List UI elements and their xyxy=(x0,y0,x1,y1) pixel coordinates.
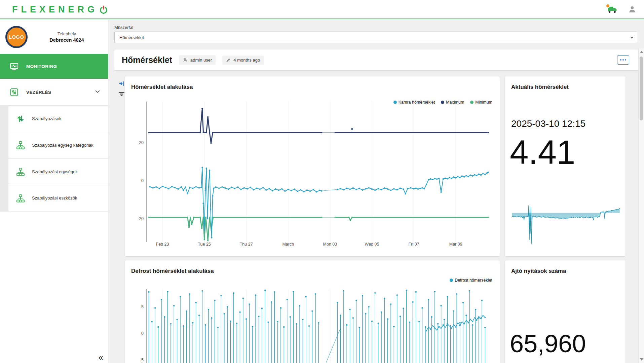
chart-title: Hőmérséklet alakulása xyxy=(131,84,193,90)
defrost-chart-card: Defrost hőmérséklet alakulása Defrost hő… xyxy=(125,260,500,363)
vezerles-submenu: Szabályozások Szabályozás egység kategór… xyxy=(0,105,108,212)
person-icon xyxy=(183,57,188,63)
dashboard-select-value: Hőmérséklet xyxy=(119,35,144,40)
pencil-icon xyxy=(226,58,231,63)
scrollbar-thumb[interactable] xyxy=(640,57,643,120)
site-info: LOGO Telephely Debrecen 4024 xyxy=(0,20,108,54)
top-bar: FLEXENERG xyxy=(0,0,644,19)
edited-time: 4 months ago xyxy=(233,58,260,63)
scroll-down-arrow[interactable] xyxy=(640,358,643,361)
svg-text:Mon 03: Mon 03 xyxy=(323,242,337,247)
legend-item-minimum[interactable]: Minimum xyxy=(470,100,492,105)
page-title: Hőmérséklet xyxy=(122,55,172,65)
card-title: Ajtó nyitások száma xyxy=(511,268,566,275)
card-title: Aktuális hőmérséklet xyxy=(511,84,569,90)
chart-legend: Kamra hőmérséklet Maximum Minimum xyxy=(393,100,492,105)
legend-item-maximum[interactable]: Maximum xyxy=(441,100,464,105)
main-content: Műszerfal Hőmérséklet Hőmérséklet admin … xyxy=(108,20,644,363)
power-icon xyxy=(99,5,108,14)
door-openings-card: Ajtó nyitások száma 65,960 xyxy=(505,260,626,363)
filter-icon[interactable] xyxy=(118,90,125,99)
sidebar-item-label: Szabályozási egységek xyxy=(32,169,78,175)
sliders-icon xyxy=(7,86,21,98)
legend-dot xyxy=(393,101,397,104)
defrost-line-chart[interactable]: 50-5 xyxy=(125,260,500,363)
notification-badge xyxy=(606,4,610,8)
sidebar-item-szabalyozasi-eszkozok[interactable]: Szabályozási eszközök xyxy=(8,185,108,212)
collapse-panel-icon[interactable] xyxy=(118,80,125,88)
svg-text:Thu 27: Thu 27 xyxy=(240,242,253,247)
svg-text:-20: -20 xyxy=(138,216,144,221)
sidebar-item-szabalyozasok[interactable]: Szabályozások xyxy=(8,105,108,132)
author-chip: admin user xyxy=(179,55,216,65)
svg-text:Fri 07: Fri 07 xyxy=(409,242,419,247)
svg-text:Wed 05: Wed 05 xyxy=(365,242,379,247)
account-icon[interactable] xyxy=(628,5,637,14)
svg-text:-5: -5 xyxy=(140,358,144,362)
sidebar-item-szabalyozasi-egysegek[interactable]: Szabályozási egységek xyxy=(8,158,108,185)
legend-dot xyxy=(470,101,473,104)
chart-title: Defrost hőmérséklet alakulása xyxy=(131,268,214,275)
svg-text:Feb 23: Feb 23 xyxy=(156,242,169,247)
sidebar-item-label: Szabályozások xyxy=(32,116,61,121)
svg-text:20: 20 xyxy=(139,140,144,145)
site-logo: LOGO xyxy=(5,26,28,48)
more-options-button[interactable] xyxy=(617,55,629,65)
sidebar-item-label: Szabályozási eszközök xyxy=(32,195,77,201)
chevron-down-icon xyxy=(94,88,101,97)
site-label: Telephely xyxy=(31,31,103,36)
scroll-up-arrow[interactable] xyxy=(640,51,643,53)
sidebar-collapse-button[interactable]: « xyxy=(99,353,103,362)
door-openings-value: 65,960 xyxy=(510,329,586,358)
monitor-pulse-icon xyxy=(7,61,21,73)
svg-text:5: 5 xyxy=(141,304,144,309)
brand-text: FLEXENERG xyxy=(12,4,98,15)
edited-chip: 4 months ago xyxy=(222,56,264,65)
temperature-chart-card: Hőmérséklet alakulása Kamra hőmérséklet … xyxy=(125,76,500,256)
chart-legend: Defrost hőmérséklet xyxy=(450,278,492,283)
hierarchy-icon xyxy=(14,166,27,178)
svg-text:0: 0 xyxy=(141,178,144,183)
hierarchy-icon xyxy=(14,192,27,205)
sidebar-item-vezerles[interactable]: VEZÉRLÉS xyxy=(0,79,108,105)
dashboard-select[interactable]: Hőmérséklet xyxy=(114,32,638,43)
hierarchy-icon xyxy=(14,139,27,151)
sidebar-item-monitoring[interactable]: MONITORING xyxy=(0,54,108,79)
deliveries-icon[interactable] xyxy=(607,4,618,14)
sidebar-item-label: Szabályozás egység kategóriák xyxy=(32,143,93,148)
brand-logo[interactable]: FLEXENERG xyxy=(12,4,108,15)
svg-text:0: 0 xyxy=(141,331,144,336)
arrows-up-down-icon xyxy=(14,113,27,125)
current-temperature-card: Aktuális hőmérséklet 2025-03-10 12:15 4.… xyxy=(505,76,626,256)
sidebar: LOGO Telephely Debrecen 4024 MONITORING xyxy=(0,20,108,363)
sidebar-item-szabalyozas-egyseg-kategoriak[interactable]: Szabályozás egység kategóriák xyxy=(8,132,108,158)
author-name: admin user xyxy=(190,58,212,63)
sidebar-item-label: VEZÉRLÉS xyxy=(26,90,51,95)
page-header-card: Hőmérséklet admin user 4 months ago xyxy=(114,49,638,70)
svg-text:Tue 25: Tue 25 xyxy=(198,242,211,247)
svg-text:March: March xyxy=(282,242,294,247)
svg-text:Mar 09: Mar 09 xyxy=(449,242,462,247)
vertical-scrollbar[interactable] xyxy=(638,48,644,363)
legend-item-defrost[interactable]: Defrost hőmérséklet xyxy=(450,278,492,283)
sidebar-item-label: MONITORING xyxy=(26,64,57,69)
select-caret-icon xyxy=(630,37,634,39)
dashboard-select-label: Műszerfal xyxy=(114,25,133,30)
legend-item-kamra[interactable]: Kamra hőmérséklet xyxy=(393,100,435,105)
current-temp-sparkline[interactable] xyxy=(505,76,626,256)
legend-dot xyxy=(441,101,444,104)
site-name: Debrecen 4024 xyxy=(31,37,103,43)
legend-dot xyxy=(450,279,453,282)
